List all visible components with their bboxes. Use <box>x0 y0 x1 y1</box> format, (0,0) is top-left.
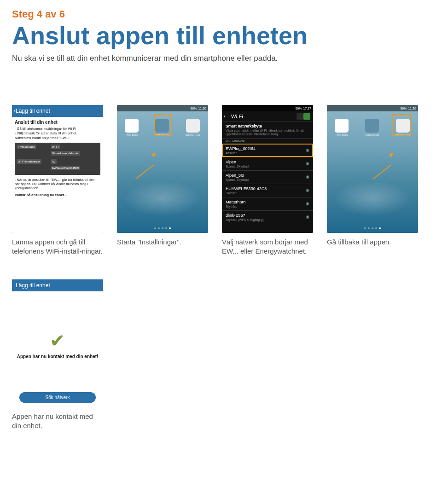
confirm-message: Appen har nu kontakt med din enhet! <box>12 354 103 359</box>
smart-switch[interactable]: Smart nätverksbyte Växla automatiskt mel… <box>222 122 313 138</box>
clock: 17:27 <box>303 107 311 110</box>
screenshot-4: 96% 11:26 Play Butik Inställningar Smart… <box>327 105 418 233</box>
switch-title: Smart nätverksbyte <box>226 124 309 128</box>
bullet-list: - Gå till telefonens inställningar för W… <box>15 127 100 140</box>
wallpaper-water <box>327 178 418 219</box>
wifi-icon: ◉ <box>306 214 309 219</box>
intro-text: Nu ska vi se till att din enhet kommunic… <box>12 53 430 64</box>
app-play[interactable]: Play Butik <box>335 119 349 136</box>
pager-dots <box>117 227 208 229</box>
caption-4: Gå tillbaka till appen. <box>327 238 418 247</box>
status-bar: 96% 11:26 <box>117 105 208 111</box>
wifi-toggle[interactable] <box>297 113 310 120</box>
screenshot-row-2: Lägg till enhet ✔ Appen har nu kontakt m… <box>12 279 430 431</box>
screenshot-row-1: ‹ Lägg till enhet Anslut till din enhet … <box>12 105 430 256</box>
net-name: Alpen <box>226 160 309 164</box>
wifi-icon: ◉ <box>306 148 309 152</box>
net-name: EWPlug_002f64 <box>226 146 309 151</box>
switch-desc: Växla automatiskt mellan Wi-Fi-nätverk o… <box>226 129 309 136</box>
back-icon[interactable]: ‹ <box>14 107 16 114</box>
net-desc: Sparad, Skyddad <box>226 165 309 168</box>
inset-label: EWSmartPlug0045F9 <box>51 166 80 170</box>
back-icon[interactable]: ‹ <box>224 113 226 119</box>
instruction-text: - När du är ansluten till "EW..." går du… <box>15 178 100 190</box>
battery-icon: 96% <box>400 107 407 110</box>
app-settings[interactable]: Inställningar <box>365 119 379 136</box>
screenshot-5: Lägg till enhet ✔ Appen har nu kontakt m… <box>12 279 103 407</box>
wifi-icon: ◉ <box>306 188 309 192</box>
status-bar: 96% 11:26 <box>327 105 418 111</box>
wifi-header: ‹ Wi-Fi <box>222 111 313 122</box>
net-desc: Skyddad (WPS är tillgängligt) <box>226 218 309 221</box>
wifi-icon: ◉ <box>306 201 309 206</box>
inset-label: Nätverksmeddelande <box>51 151 80 156</box>
wifi-network[interactable]: AlpenSparad, Skyddad◉ <box>222 157 313 170</box>
wifi-icon: ◉ <box>306 174 309 179</box>
col-3: 56% 17:27 ‹ Wi-Fi Smart nätverksbyte Väx… <box>222 105 313 256</box>
inset-label: Av <box>51 159 57 164</box>
app-header: ‹ Lägg till enhet <box>12 105 103 117</box>
caption-3: Välj nätverk som börjar med EW... eller … <box>222 238 313 256</box>
page-title: Anslut appen till enheten <box>12 21 430 50</box>
screenshot-2: 96% 11:26 Play Butik Inställningar Smart… <box>117 105 208 233</box>
battery-icon: 96% <box>190 107 197 110</box>
search-network-button[interactable]: Sök nätverk <box>19 392 96 403</box>
highlight-arrow-icon <box>131 160 158 168</box>
pager-dots <box>327 227 418 229</box>
net-desc: Skyddad <box>226 205 309 208</box>
net-name: dlink-E557 <box>226 213 309 218</box>
caption-1: Lämna appen och gå till telefonens WiFi-… <box>12 238 103 256</box>
app-label: Play Butik <box>126 133 138 136</box>
bullet-3: Nätverkets namn börjar med "EW..." <box>15 136 100 140</box>
app-smart[interactable]: Smart Hund <box>186 119 200 136</box>
col-4: 96% 11:26 Play Butik Inställningar Smart… <box>327 105 418 256</box>
screenshot-3: 56% 17:27 ‹ Wi-Fi Smart nätverksbyte Väx… <box>222 105 313 233</box>
inset-settings: Flygplansläge Wi-Fi Nätverksmeddelande W… <box>15 143 100 175</box>
header-title: Wi-Fi <box>231 114 243 119</box>
col-1: ‹ Lägg till enhet Anslut till din enhet … <box>12 105 103 256</box>
panel-title: Anslut till din enhet <box>15 120 100 125</box>
wifi-network[interactable]: dlink-E557Skyddad (WPS är tillgängligt)◉ <box>222 210 313 224</box>
inset-label: Wi-Fi-inställningar <box>17 159 41 164</box>
battery-icon: 56% <box>295 107 302 110</box>
net-name: Matterhorn <box>226 200 309 204</box>
bullet-1: - Gå till telefonens inställningar för W… <box>15 127 100 131</box>
header-title: Lägg till enhet <box>16 108 50 114</box>
inset-label: Flygplansläge <box>17 145 36 149</box>
step-label: Steg 4 av 6 <box>12 8 430 20</box>
waiting-text: Väntar på anslutning till enhet... <box>15 193 100 197</box>
col-5: Lägg till enhet ✔ Appen har nu kontakt m… <box>12 279 103 431</box>
screenshot-1: ‹ Lägg till enhet Anslut till din enhet … <box>12 105 103 233</box>
net-desc: Sparad, Skyddad <box>226 178 309 181</box>
instruction-panel: Anslut till din enhet - Gå till telefone… <box>12 117 103 233</box>
wifi-network[interactable]: HUAWEI-E5330-42C8Skyddad◉ <box>222 184 313 197</box>
wallpaper-water <box>117 178 208 219</box>
confirm-panel: ✔ Appen har nu kontakt med din enhet! Sö… <box>12 291 103 407</box>
clock: 11:26 <box>408 107 416 110</box>
net-desc: Ansluten <box>226 151 309 155</box>
wifi-network[interactable]: EWPlug_002f64Ansluten◉ <box>222 144 313 157</box>
wifi-icon: ◉ <box>306 161 309 166</box>
header-title: Lägg till enhet <box>16 282 50 289</box>
col-2: 96% 11:26 Play Butik Inställningar Smart… <box>117 105 208 256</box>
check-icon: ✔ <box>50 330 65 351</box>
highlight-box <box>154 114 172 136</box>
app-label: Inställningar <box>365 133 379 136</box>
highlight-arrow-icon <box>368 160 396 168</box>
app-play[interactable]: Play Butik <box>125 119 139 136</box>
bullet-2: - Välj nätverk för att ansluta till din … <box>15 131 100 135</box>
wifi-network[interactable]: MatterhornSkyddad◉ <box>222 197 313 210</box>
wifi-network[interactable]: Alpen_5GSparad, Skyddad◉ <box>222 170 313 184</box>
inset-label: Wi-Fi <box>51 145 60 149</box>
section-label: Wi-Fi-nätverk <box>222 138 313 144</box>
clock: 11:26 <box>198 107 206 110</box>
caption-5: Appen har nu kontakt med din enhet. <box>12 412 103 431</box>
caption-2: Starta "Inställningar". <box>117 238 208 247</box>
app-header: Lägg till enhet <box>12 279 103 291</box>
app-label: Play Butik <box>336 133 348 136</box>
app-label: Smart Hund <box>186 133 200 136</box>
net-name: Alpen_5G <box>226 173 309 178</box>
highlight-arrow-icon <box>12 161 15 166</box>
net-name: HUAWEI-E5330-42C8 <box>226 186 309 191</box>
status-bar: 56% 17:27 <box>222 105 313 111</box>
